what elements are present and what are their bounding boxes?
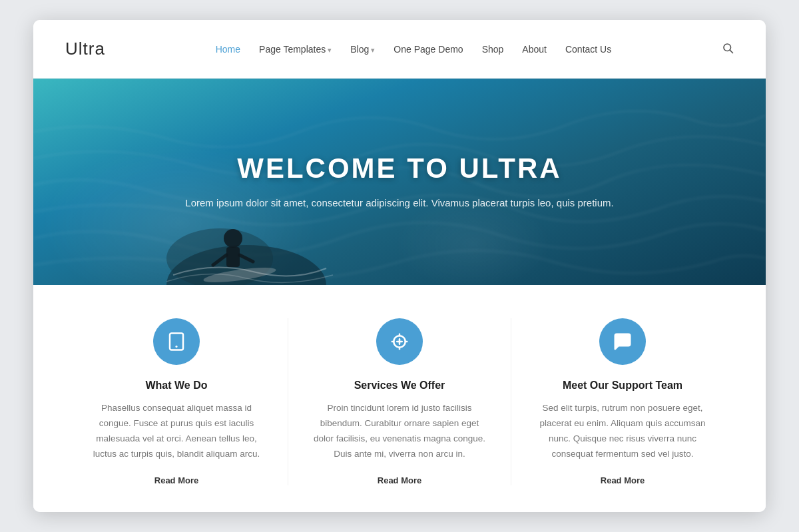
nav-item-one-page-demo[interactable]: One Page Demo [394,43,463,55]
nav-link-page-templates[interactable]: Page Templates [259,44,332,55]
features-section: What We Do Phasellus consequat aliquet m… [33,285,766,512]
feature-title-what-we-do: What We Do [145,380,207,392]
browser-window: Ultra Home Page Templates Blog One Page … [33,20,766,512]
nav-item-blog[interactable]: Blog [350,43,375,55]
nav-link-contact-us[interactable]: Contact Us [565,44,611,55]
hero-title: WELCOME TO ULTRA [185,152,613,184]
nav-item-page-templates[interactable]: Page Templates [259,43,332,55]
nav-item-about[interactable]: About [522,43,547,55]
nav-link-home[interactable]: Home [216,44,240,55]
feature-card-what-we-do: What We Do Phasellus consequat aliquet m… [65,318,288,485]
nav-link-blog[interactable]: Blog [350,44,375,55]
chat-icon [613,332,633,352]
what-we-do-icon-circle [153,318,200,365]
navbar: Ultra Home Page Templates Blog One Page … [33,20,766,79]
hero-subtitle: Lorem ipsum dolor sit amet, consectetur … [185,195,613,211]
nav-item-contact-us[interactable]: Contact Us [565,43,611,55]
svg-rect-5 [226,247,240,267]
move-icon [390,332,409,352]
site-logo[interactable]: Ultra [65,39,105,59]
nav-link-shop[interactable]: Shop [482,44,504,55]
feature-link-services[interactable]: Read More [378,475,421,485]
feature-card-services: Services We Offer Proin tincidunt lorem … [288,318,511,485]
hero-section: WELCOME TO ULTRA Lorem ipsum dolor sit a… [33,79,766,285]
nav-menu: Home Page Templates Blog One Page Demo S… [216,43,612,55]
nav-link-about[interactable]: About [522,44,547,55]
services-icon-circle [376,318,423,365]
feature-desc-services: Proin tincidunt lorem id justo facilisis… [310,401,489,462]
feature-link-support[interactable]: Read More [601,475,645,485]
feature-link-what-we-do[interactable]: Read More [154,475,198,485]
support-icon-circle [599,318,646,365]
feature-title-support: Meet Our Support Team [563,380,682,392]
tablet-icon [166,332,186,352]
nav-link-one-page-demo[interactable]: One Page Demo [394,44,463,55]
nav-item-home[interactable]: Home [216,43,240,55]
hero-content: WELCOME TO ULTRA Lorem ipsum dolor sit a… [185,152,613,211]
nav-item-shop[interactable]: Shop [482,43,504,55]
svg-point-4 [224,229,242,248]
feature-title-services: Services We Offer [354,380,445,392]
svg-line-1 [730,50,732,53]
feature-desc-what-we-do: Phasellus consequat aliquet massa id con… [87,401,266,462]
feature-desc-support: Sed elit turpis, rutrum non posuere eget… [533,401,712,462]
feature-card-support: Meet Our Support Team Sed elit turpis, r… [511,318,734,485]
search-button[interactable] [722,42,734,57]
